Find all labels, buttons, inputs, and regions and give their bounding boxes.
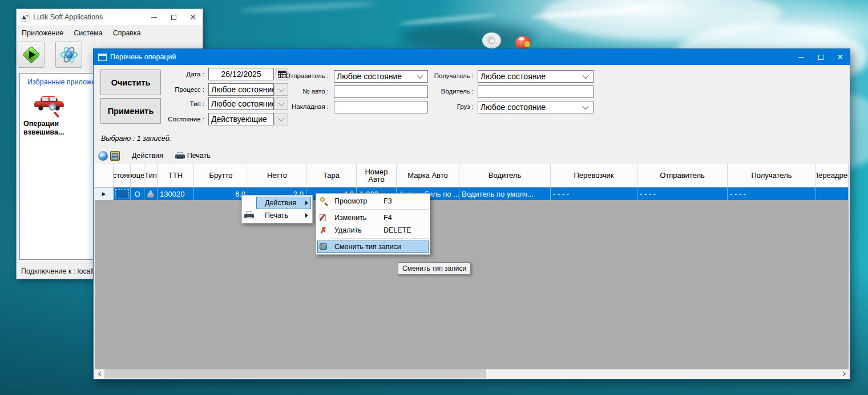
grid-header-row: СостояниеПроцессТипТТНБруттоНеттоТараНом… bbox=[95, 164, 849, 188]
grid-column-header[interactable]: ТТН bbox=[158, 164, 194, 188]
submenu-item[interactable]: ✗УдалитьDELETE bbox=[316, 224, 430, 237]
operations-list-window: Перечень операций ✕ Очистить Применить Д… bbox=[93, 48, 850, 380]
grid-cell[interactable]: Водитель по умолч... bbox=[459, 188, 551, 200]
edit-icon bbox=[318, 213, 329, 223]
cd-disc-wallpaper bbox=[482, 32, 501, 48]
printer-icon bbox=[175, 151, 185, 161]
submenu-arrow-icon bbox=[305, 213, 308, 218]
small-window-titlebar[interactable]: Lutik Soft Applications ✕ bbox=[17, 9, 203, 25]
menu-separator bbox=[332, 209, 429, 210]
waybill-label: Накладная : bbox=[260, 103, 329, 110]
receiver-label: Получатель : bbox=[405, 72, 474, 79]
grid-column-header[interactable]: Отправитель bbox=[637, 164, 728, 188]
main-window-title: Перечень операций bbox=[110, 53, 176, 61]
auto-number-label: № авто : bbox=[260, 88, 329, 95]
grid-column-header[interactable]: Перевозчик bbox=[551, 164, 637, 188]
horizontal-scrollbar[interactable] bbox=[95, 369, 849, 378]
grid-column-header[interactable]: Получатель bbox=[728, 164, 816, 188]
tooltip: Сменить тип записи bbox=[398, 262, 471, 275]
grid-column-header[interactable]: Тип bbox=[144, 164, 158, 188]
type-label: Тип : bbox=[136, 100, 204, 107]
sender-label: Отправитель : bbox=[260, 72, 329, 79]
grid-cell[interactable]: 130020 bbox=[158, 188, 194, 200]
close-icon: ✕ bbox=[837, 53, 843, 61]
grid-column-header[interactable]: Нетто bbox=[248, 164, 306, 188]
magnifier-icon bbox=[318, 196, 329, 206]
grid-column-header[interactable]: Водитель bbox=[459, 164, 551, 188]
grid-cell[interactable] bbox=[114, 188, 131, 200]
driver-label: Водитель : bbox=[405, 88, 474, 95]
close-button[interactable]: ✕ bbox=[830, 49, 850, 65]
atom-icon bbox=[59, 46, 79, 64]
small-window-title: Lutik Soft Applications bbox=[33, 13, 103, 21]
maximize-button[interactable] bbox=[164, 9, 183, 25]
chevron-down-icon bbox=[582, 72, 588, 79]
form-icon bbox=[98, 54, 107, 61]
grid-column-header[interactable]: Марка Авто bbox=[397, 164, 459, 188]
row-indicator-cell[interactable]: ▶ bbox=[95, 188, 114, 200]
chevron-down-icon bbox=[278, 115, 284, 121]
grid-column-header[interactable]: Тара bbox=[306, 164, 357, 188]
state-label: Состояние : bbox=[136, 116, 204, 123]
grid-cell[interactable]: О bbox=[131, 188, 144, 200]
minimize-button[interactable] bbox=[144, 9, 164, 25]
grid-selected-row[interactable]: ▶О1300206.02.04.0А 000Автомобиль по ...В… bbox=[95, 188, 849, 200]
grid-cell[interactable] bbox=[144, 188, 158, 200]
minimize-icon bbox=[151, 17, 157, 18]
grid-cell[interactable]: - - - - bbox=[551, 188, 637, 200]
receiver-combo[interactable]: Любое состояние bbox=[478, 70, 594, 83]
driver-input[interactable] bbox=[478, 85, 594, 98]
weight-type-icon bbox=[146, 190, 155, 198]
grid-cell[interactable]: - - - - bbox=[637, 188, 728, 200]
globe-icon[interactable] bbox=[98, 151, 108, 161]
menu-separator bbox=[332, 238, 429, 239]
run-icon bbox=[23, 47, 39, 63]
grid-column-header[interactable]: Номер Авто bbox=[357, 164, 397, 188]
minimize-icon bbox=[798, 57, 804, 58]
grid-cell[interactable]: - - - - bbox=[728, 188, 816, 200]
submenu-item[interactable]: ИзменитьF4 bbox=[316, 211, 430, 224]
state-dropdown-button[interactable] bbox=[274, 113, 288, 125]
chevron-down-icon bbox=[582, 103, 588, 109]
grid-column-header[interactable]: Процесс bbox=[131, 164, 144, 188]
run-tool-button[interactable] bbox=[18, 42, 45, 68]
actions-toolbar-button[interactable]: Действия bbox=[126, 152, 169, 160]
grid-column-header[interactable] bbox=[95, 164, 114, 188]
favorite-app-item[interactable]: Операциивзвешива... bbox=[23, 93, 92, 137]
actions-submenu: ПросмотрF3ИзменитьF4✗УдалитьDELETEСменит… bbox=[316, 193, 430, 255]
main-window-titlebar[interactable]: Перечень операций ✕ bbox=[94, 49, 850, 65]
grid-column-header[interactable]: Брутто bbox=[194, 164, 248, 188]
submenu-arrow-icon bbox=[305, 201, 308, 205]
grid-column-header[interactable]: Состояние bbox=[114, 164, 131, 188]
date-label: Дата : bbox=[136, 71, 204, 78]
context-menu: ДействияПечать bbox=[241, 195, 313, 223]
maximize-button[interactable] bbox=[811, 49, 830, 65]
small-window-menubar: Приложение Система Справка bbox=[17, 25, 203, 40]
context-menu-item-actions[interactable]: Действия bbox=[242, 197, 312, 209]
favorite-app-label: Операциивзвешива... bbox=[23, 120, 92, 137]
scroll-left-arrow[interactable] bbox=[95, 369, 104, 378]
close-button[interactable]: ✕ bbox=[183, 9, 203, 25]
submenu-item[interactable]: ПросмотрF3 bbox=[316, 195, 430, 207]
process-label: Процесс : bbox=[136, 86, 204, 93]
cargo-combo[interactable]: Любое состояние bbox=[478, 101, 594, 113]
close-icon: ✕ bbox=[189, 13, 196, 21]
submenu-item[interactable]: Сменить тип записи bbox=[316, 241, 430, 253]
grid-cell[interactable] bbox=[816, 188, 849, 200]
grid-cell[interactable]: 6.0 bbox=[194, 188, 248, 200]
menu-application[interactable]: Приложение bbox=[17, 25, 68, 40]
cargo-label: Груз : bbox=[405, 103, 474, 110]
state-combo[interactable]: Действуеющие bbox=[208, 113, 274, 125]
delete-icon: ✗ bbox=[318, 225, 329, 235]
menu-system[interactable]: Система bbox=[68, 25, 107, 40]
grid-column-header[interactable]: Переадрес bbox=[816, 164, 849, 188]
minimize-button[interactable] bbox=[792, 49, 811, 65]
scroll-right-arrow[interactable] bbox=[839, 369, 849, 378]
menu-help[interactable]: Справка bbox=[108, 25, 146, 40]
context-menu-item-print[interactable]: Печать bbox=[242, 209, 312, 222]
chest-icon[interactable] bbox=[110, 151, 120, 161]
weighing-operations-icon bbox=[34, 93, 66, 118]
scrollbar-thumb[interactable] bbox=[104, 369, 486, 378]
print-toolbar-button[interactable]: Печать bbox=[185, 152, 216, 160]
science-tool-button[interactable] bbox=[55, 42, 82, 68]
